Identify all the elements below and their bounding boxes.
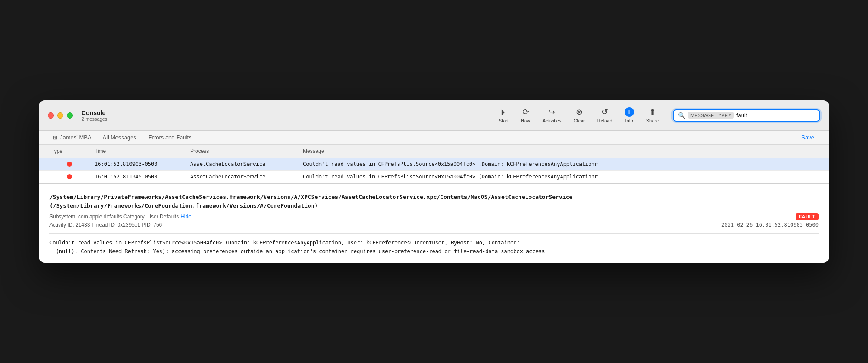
table-row[interactable]: 16:01:52.810903-0500 AssetCacheLocatorSe…: [39, 158, 829, 171]
type-cell: [48, 158, 91, 170]
detail-divider: [49, 233, 819, 234]
tab-errors-faults-label: Errors and Faults: [148, 134, 192, 141]
info-label: Info: [625, 118, 633, 123]
tab-all-messages-label: All Messages: [103, 134, 136, 141]
detail-meta-row: Subsystem: com.apple.defaults Category: …: [49, 213, 819, 220]
detail-ids-row: Activity ID: 21433 Thread ID: 0x2395e1 P…: [49, 222, 819, 228]
time-cell: 16:01:52.811345-0500: [91, 171, 187, 183]
info-icon: i: [625, 107, 634, 117]
col-process: Process: [187, 146, 299, 156]
save-label: Save: [801, 134, 814, 141]
tab-errors-faults[interactable]: Errors and Faults: [142, 131, 198, 144]
traffic-lights: [48, 112, 73, 119]
activities-icon: ↪: [549, 107, 555, 117]
clear-button[interactable]: ⊗ Clear: [568, 106, 590, 125]
console-window: Console 2 messages ⏵ Start ⟳ Now ↪ Activ…: [39, 100, 829, 262]
col-time: Time: [91, 146, 187, 156]
share-button[interactable]: ⬆ Share: [641, 106, 664, 125]
chevron-down-icon: ▾: [729, 112, 731, 118]
activities-label: Activities: [542, 118, 561, 123]
activities-button[interactable]: ↪ Activities: [537, 106, 566, 125]
device-selector[interactable]: ⊞ James' MBA: [48, 131, 97, 144]
search-icon: 🔍: [678, 112, 685, 119]
info-button[interactable]: i Info: [619, 106, 639, 125]
message-type-label: MESSAGE TYPE: [690, 113, 728, 118]
message-type-filter[interactable]: MESSAGE TYPE ▾: [688, 112, 734, 119]
fault-dot: [67, 162, 72, 167]
clear-icon: ⊗: [576, 107, 582, 117]
now-button[interactable]: ⟳ Now: [516, 106, 536, 125]
app-title-block: Console 2 messages: [82, 109, 107, 122]
fault-badge: FAULT: [796, 213, 819, 220]
detail-path: /System/Library/PrivateFrameworks/AssetC…: [49, 193, 819, 210]
device-name: James' MBA: [60, 134, 92, 141]
col-type: Type: [48, 146, 91, 156]
tab-all-messages[interactable]: All Messages: [97, 131, 142, 144]
start-button[interactable]: ⏵ Start: [493, 106, 514, 125]
now-label: Now: [521, 118, 530, 123]
time-cell: 16:01:52.810903-0500: [91, 158, 187, 170]
reload-label: Reload: [597, 118, 612, 123]
search-input[interactable]: [736, 112, 815, 119]
app-subtitle: 2 messages: [82, 116, 107, 122]
share-icon: ⬆: [649, 107, 656, 117]
message-cell: Couldn't read values in CFPrefsPlistSour…: [299, 158, 820, 170]
table-body: 16:01:52.810903-0500 AssetCacheLocatorSe…: [39, 158, 829, 183]
titlebar: Console 2 messages ⏵ Start ⟳ Now ↪ Activ…: [39, 100, 829, 131]
type-cell: [48, 171, 91, 182]
process-cell: AssetCacheLocatorService: [187, 171, 299, 183]
clear-label: Clear: [573, 118, 585, 123]
reload-icon: ↺: [602, 107, 608, 117]
laptop-icon: ⊞: [53, 135, 57, 141]
detail-panel: /System/Library/PrivateFrameworks/AssetC…: [39, 183, 829, 262]
share-label: Share: [646, 118, 659, 123]
minimize-button[interactable]: [57, 112, 63, 119]
fullscreen-button[interactable]: [67, 112, 73, 119]
message-cell: Couldn't read values in CFPrefsPlistSour…: [299, 171, 820, 183]
hide-link[interactable]: Hide: [181, 214, 191, 220]
detail-ids: Activity ID: 21433 Thread ID: 0x2395e1 P…: [49, 222, 162, 228]
process-cell: AssetCacheLocatorService: [187, 158, 299, 170]
now-icon: ⟳: [523, 107, 529, 117]
start-icon: ⏵: [500, 108, 507, 117]
detail-subsystem: Subsystem: com.apple.defaults Category: …: [49, 214, 179, 220]
search-bar: 🔍 MESSAGE TYPE ▾: [673, 109, 820, 122]
detail-message: Couldn't read values in CFPrefsPlistSour…: [49, 239, 819, 255]
detail-timestamp: 2021-02-26 16:01:52.810903-0500: [721, 222, 819, 228]
fault-dot: [67, 174, 72, 179]
app-title: Console: [82, 109, 107, 116]
reload-button[interactable]: ↺ Reload: [592, 106, 618, 125]
close-button[interactable]: [48, 112, 54, 119]
table-header: Type Time Process Message: [39, 145, 829, 158]
table-row[interactable]: 16:01:52.811345-0500 AssetCacheLocatorSe…: [39, 171, 829, 183]
toolbar-actions: ⏵ Start ⟳ Now ↪ Activities ⊗ Clear ↺ Rel…: [493, 106, 664, 125]
save-button[interactable]: Save: [795, 131, 820, 144]
col-message: Message: [299, 146, 820, 156]
start-label: Start: [499, 118, 509, 123]
nav-bar: ⊞ James' MBA All Messages Errors and Fau…: [39, 131, 829, 145]
